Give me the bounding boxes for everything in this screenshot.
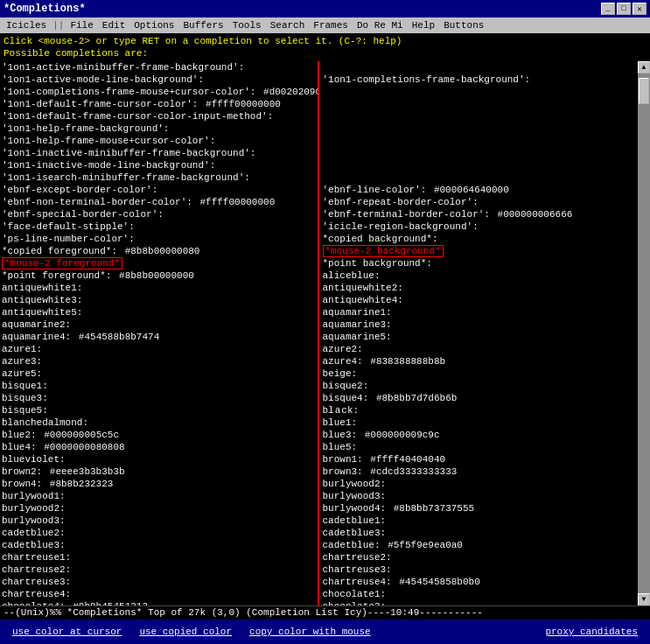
- row-15: 'ps-line-number-color': *copied backgrou…: [2, 233, 636, 245]
- action-proxy-candidates[interactable]: proxy candidates: [536, 625, 647, 639]
- row-38: burlywood3: #dededeb8b87474 cadetblue1: …: [2, 514, 636, 527]
- row-25: azure3: #c1c1cdcdcdcd azure4: #838388888…: [2, 355, 636, 368]
- menu-options[interactable]: Options: [129, 19, 178, 32]
- info-section: Click <mouse-2> or type RET on a complet…: [0, 33, 650, 61]
- scroll-up-arrow[interactable]: ▲: [638, 61, 650, 74]
- row-41: chartreuse1: #7f7fffff0000 chartreuse2: …: [2, 551, 636, 564]
- menu-bar: Icicles || File Edit Options Buffers Too…: [0, 18, 650, 33]
- action-copy-color-with-mouse[interactable]: copy color with mouse: [241, 625, 380, 639]
- row-22: aquamarine2: #76766666eeec6 aquamarine3:…: [2, 318, 636, 331]
- menu-file[interactable]: File: [66, 19, 97, 32]
- row-6: '1on1-help-frame-background': #d8d8bfbfd…: [2, 122, 636, 135]
- row-39: cadetblue2: #8e8ee5e5eeee cadetblue3: #7…: [2, 527, 636, 539]
- title-bar: *Completions* _ □ ✕: [0, 0, 650, 18]
- row-31: blue2: #000000005c5c blue3: #000000009c9…: [2, 429, 636, 441]
- row-36: burlywood1: #ffffd3d39b9b burlywood3: #8…: [2, 490, 636, 502]
- row-32: blue4: #0000000080808 blue5:: [2, 441, 636, 453]
- menu-sep1: ||: [51, 20, 66, 31]
- menu-buffers[interactable]: Buffers: [178, 19, 227, 32]
- title-text: *Completions*: [3, 3, 86, 15]
- row-11: 'ebnf-except-border-color': 'ebnf-line-c…: [2, 184, 636, 196]
- row-19: antiquewhite1: #ffffefefdbbdb antiquewhi…: [2, 282, 636, 294]
- row-23: aquamarine4: #454588b8b7474 aquamarine5:…: [2, 331, 636, 343]
- menu-icicles[interactable]: Icicles: [2, 19, 51, 32]
- close-button[interactable]: ✕: [633, 3, 647, 15]
- row-24: azure1: #f0f0ffffffffff azure2: #e0e0eee…: [2, 343, 636, 355]
- row-35: brown4: #8b8b232323 burlywood2: #eeeec5c…: [2, 478, 636, 490]
- menu-tools[interactable]: Tools: [228, 19, 266, 32]
- row-12: 'ebnf-non-terminal-border-color': #ffff0…: [2, 196, 636, 208]
- row-14: 'face-default-stipple': 'icicle-region-b…: [2, 220, 636, 233]
- row-17: *mouse-2 foreground* *point background*:…: [2, 257, 636, 270]
- row-18: *point foreground*: #8b8b00000000 aliceb…: [2, 270, 636, 282]
- row-10: '1on1-isearch-minibuffer-frame-backgroun…: [2, 172, 636, 184]
- scroll-track[interactable]: [638, 74, 650, 593]
- row-5: '1on1-default-frame-cursor-color-input-m…: [2, 110, 636, 122]
- row-7: '1on1-help-frame-mouse+cursor-color': #8…: [2, 135, 636, 147]
- minimize-button[interactable]: _: [601, 3, 615, 15]
- row-42: chartreuse2: #66666cdcd0000 chartreuse3:…: [2, 564, 636, 576]
- menu-search[interactable]: Search: [266, 19, 310, 32]
- scrollbar[interactable]: ▲ ▼: [638, 61, 650, 606]
- row-3: '1on1-completions-frame-mouse+cursor-col…: [2, 86, 636, 98]
- menu-help[interactable]: Help: [408, 19, 439, 32]
- status-text: --(Unix)%% *Completions* Top of 27k (3,0…: [3, 607, 483, 618]
- window-controls: _ □ ✕: [601, 3, 647, 15]
- status-bar: --(Unix)%% *Completions* Top of 27k (3,0…: [0, 606, 650, 620]
- row-33: blueviolet: #8a8a2b2be2e2 brown1: #ffff4…: [2, 453, 636, 466]
- scroll-down-arrow[interactable]: ▼: [638, 593, 650, 606]
- row-1: '1on1-active-minibuffer-frame-background…: [2, 61, 636, 74]
- menu-doremi[interactable]: Do Re Mi: [353, 19, 408, 32]
- completions-content: '1on1-active-minibuffer-frame-background…: [0, 61, 638, 606]
- info-line1: Click <mouse-2> or type RET on a complet…: [3, 35, 647, 47]
- row-29: bisque5: #ffffe4e4c4c4 black:: [2, 404, 636, 416]
- row-4: '1on1-default-frame-cursor-color': #ffff…: [2, 98, 636, 110]
- menu-buttons[interactable]: Buttons: [439, 19, 488, 32]
- maximize-button[interactable]: □: [617, 3, 631, 15]
- action-use-copied-color[interactable]: use copied color: [130, 625, 241, 639]
- row-34: brown2: #eeee3b3b3b3b brown3: #cdcd33333…: [2, 466, 636, 478]
- menu-edit[interactable]: Edit: [98, 19, 129, 32]
- action-use-color-at-cursor[interactable]: use color at cursor: [3, 625, 130, 639]
- row-2: '1on1-active-mode-line-background': #eee…: [2, 74, 636, 86]
- row-9: '1on1-inactive-mode-line-background': #d…: [2, 159, 636, 172]
- scroll-thumb[interactable]: [639, 78, 649, 104]
- row-8: '1on1-inactive-minibuffer-frame-backgrou…: [2, 147, 636, 159]
- row-20: antiquewhite3: #cdcdcdcd0b0b0 antiquewhi…: [2, 294, 636, 306]
- action-bar: use color at cursor use copied color cop…: [0, 620, 650, 644]
- info-line2: Possible completions are:: [3, 47, 647, 60]
- row-30: blanchedalmond: #ffffebedb5b5cd blue1:: [2, 416, 636, 429]
- row-44: chartreuse4: #7f7ffff0000 chocolate1: #f…: [2, 588, 636, 600]
- row-27: bisque1: #ffffe4e4c4c4 bisque2: #eeeedd5…: [2, 380, 636, 392]
- row-37: burlywood2: #cdcdcdcd7a7a7a7 burlywood4:…: [2, 502, 636, 514]
- row-16: *copied foreground*: #8b8b00000080 *mous…: [2, 245, 636, 257]
- row-43: chartreuse3: #6666cdcd0000 chartreuse4: …: [2, 576, 636, 588]
- menu-frames[interactable]: Frames: [309, 19, 353, 32]
- row-26: azure5: #f0f0ffffffffff beige: #f5f5f5f5…: [2, 368, 636, 380]
- row-13: 'ebnf-special-border-color': 'ebnf-termi…: [2, 208, 636, 220]
- main-area: '1on1-active-minibuffer-frame-background…: [0, 61, 650, 606]
- row-40: cadetblue3: #535353868868b8b cadetblue: …: [2, 539, 636, 551]
- row-28: bisque3: #cdcdcdcd79e9e bisque4: #8b8bb7…: [2, 392, 636, 404]
- row-21: antiquewhite5: #f5f5f5f5dcdc aquamarine1…: [2, 306, 636, 318]
